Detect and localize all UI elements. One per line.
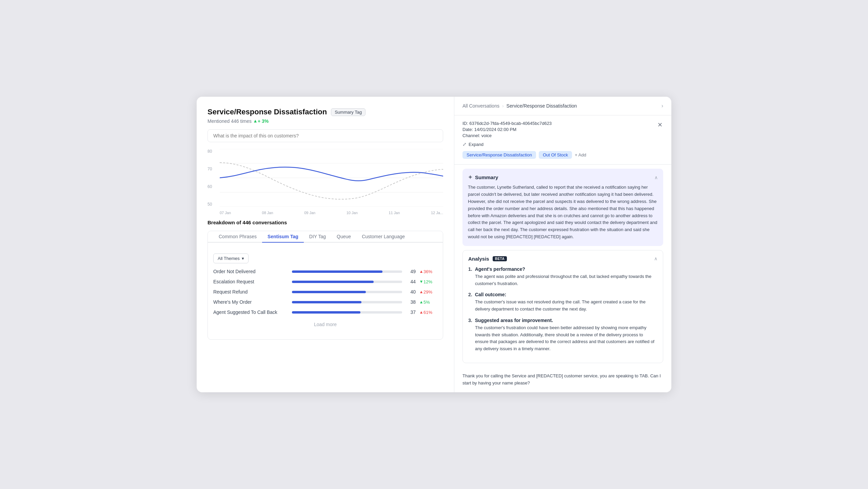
analysis-question-2: 2. Call outcome: — [468, 292, 657, 297]
tab-sentisum-tag[interactable]: Sentisum Tag — [262, 231, 304, 243]
arrow-up-icon — [420, 270, 423, 273]
chart: 80 70 60 50 — [208, 149, 443, 217]
panel-header: Service/Response Dissatisfaction Summary… — [208, 108, 443, 116]
data-rows: Order Not Delivered 49 36% Escalation Re… — [213, 269, 437, 315]
row-label: Where's My Order — [213, 299, 288, 305]
tab-customer-language[interactable]: Customer Language — [356, 231, 410, 243]
breadcrumb-current: Service/Response Dissatisfaction — [507, 103, 577, 109]
table-row: Request Refund 40 29% — [213, 289, 437, 295]
analysis-section: Analysis BETA ∧ 1. Agent's performance? … — [454, 246, 671, 367]
collapse-summary-icon[interactable]: ∧ — [654, 175, 658, 180]
summary-text: The customer, Lynette Sutherland, called… — [468, 184, 658, 240]
analysis-answer-1: The agent was polite and professional th… — [475, 273, 657, 287]
conversation-id: ID: 6376dc2d-7fda-4549-bcab-40645bc7d623 — [462, 121, 663, 126]
conversation-channel: Channel: voice — [462, 133, 663, 138]
bar-pct: 29% — [420, 289, 437, 295]
chevron-right-icon[interactable]: › — [662, 103, 663, 109]
svg-marker-9 — [420, 301, 422, 303]
bar-fill — [292, 311, 360, 314]
table-row: Escalation Request 44 12% — [213, 279, 437, 284]
analysis-item-2: 2. Call outcome: The customer's issue wa… — [468, 292, 657, 313]
tags-row: Service/Response Dissatisfaction Out Of … — [462, 151, 663, 159]
right-panel: All Conversations › Service/Response Dis… — [454, 97, 671, 392]
bar-fill — [292, 270, 382, 273]
expand-icon: ⤢ — [462, 142, 467, 147]
tag-service-response[interactable]: Service/Response Dissatisfaction — [462, 151, 536, 159]
row-label: Agent Suggested To Call Back — [213, 309, 288, 315]
mention-count: Mentioned 446 times + 3% — [208, 118, 443, 124]
chevron-down-icon: ▾ — [242, 256, 244, 261]
bar-fill — [292, 301, 361, 303]
expand-button[interactable]: ⤢ Expand — [462, 142, 663, 147]
arrow-up-icon — [420, 290, 423, 294]
analysis-header: Analysis BETA ∧ — [468, 256, 657, 262]
breadcrumb-all-conversations[interactable]: All Conversations — [462, 103, 499, 109]
arrow-up-icon — [254, 119, 257, 123]
breadcrumb-separator: › — [502, 103, 504, 109]
row-label: Order Not Delivered — [213, 269, 288, 274]
bar-pct: 36% — [420, 269, 437, 274]
bar-track — [292, 281, 402, 283]
bar-track — [292, 301, 402, 303]
transcript-text: Thank you for calling the Service and [R… — [462, 373, 663, 387]
analysis-title: Analysis — [468, 256, 489, 262]
bar-value: 44 — [406, 279, 416, 284]
bar-fill — [292, 291, 366, 293]
transcript-section: Thank you for calling the Service and [R… — [454, 367, 671, 392]
bar-pct: 12% — [420, 279, 437, 284]
analysis-answer-3: The customer's frustration could have be… — [475, 324, 657, 353]
analysis-answer-2: The customer's issue was not resolved du… — [475, 299, 657, 313]
bar-pct: 5% — [420, 300, 437, 305]
row-label: Escalation Request — [213, 279, 288, 284]
svg-marker-0 — [254, 120, 257, 123]
tag-out-of-stock[interactable]: Out Of Stock — [539, 151, 572, 159]
bar-value: 49 — [406, 269, 416, 274]
tab-diy-tag[interactable]: DIY Tag — [304, 231, 331, 243]
arrow-up-icon — [420, 301, 423, 304]
filter-row: All Themes ▾ — [213, 253, 437, 263]
conversation-date: Date: 14/01/2024 02:00 PM — [462, 127, 663, 132]
breadcrumb: All Conversations › Service/Response Dis… — [454, 97, 671, 115]
sparkle-icon: ✦ — [468, 174, 472, 181]
close-button[interactable]: ✕ — [655, 120, 665, 130]
tabs-row: Common Phrases Sentisum Tag DIY Tag Queu… — [208, 231, 443, 243]
table-row: Agent Suggested To Call Back 37 61% — [213, 309, 437, 315]
bar-pct: 61% — [420, 310, 437, 315]
tab-queue[interactable]: Queue — [331, 231, 356, 243]
chart-x-labels: 07 Jan 08 Jan 09 Jan 10 Jan 11 Jan 12 Ja… — [220, 209, 443, 217]
all-themes-filter[interactable]: All Themes ▾ — [213, 253, 249, 263]
analysis-item-1: 1. Agent's performance? The agent was po… — [468, 266, 657, 287]
analysis-question-1: 1. Agent's performance? — [468, 266, 657, 272]
mention-pct: + 3% — [254, 118, 269, 124]
search-input[interactable] — [208, 129, 443, 142]
bar-value: 38 — [406, 299, 416, 305]
collapse-analysis-icon[interactable]: ∧ — [654, 256, 657, 261]
svg-marker-7 — [420, 281, 422, 283]
chart-y-labels: 80 70 60 50 — [208, 149, 220, 207]
summary-tag-badge: Summary Tag — [331, 108, 366, 116]
arrow-up-icon — [420, 311, 423, 314]
svg-marker-10 — [420, 311, 422, 314]
svg-marker-6 — [420, 270, 422, 273]
summary-section: ✦ Summary ∧ The customer, Lynette Suther… — [462, 169, 663, 246]
bar-value: 40 — [406, 289, 416, 295]
add-tag-button[interactable]: + Add — [575, 152, 586, 157]
summary-header: ✦ Summary ∧ — [468, 174, 658, 181]
summary-title: ✦ Summary — [468, 174, 498, 181]
load-more-button[interactable]: Load more — [213, 315, 437, 334]
bar-track — [292, 291, 402, 293]
analysis-question-3: 3. Suggested areas for improvement. — [468, 318, 657, 323]
bar-track — [292, 270, 402, 273]
table-row: Order Not Delivered 49 36% — [213, 269, 437, 274]
left-panel: Service/Response Dissatisfaction Summary… — [197, 97, 454, 392]
row-label: Request Refund — [213, 289, 288, 295]
beta-badge: BETA — [493, 256, 507, 261]
tab-common-phrases[interactable]: Common Phrases — [213, 231, 262, 243]
analysis-item-3: 3. Suggested areas for improvement. The … — [468, 318, 657, 353]
chart-svg-area — [220, 149, 443, 207]
page-title: Service/Response Dissatisfaction — [208, 108, 327, 116]
analysis-items: 1. Agent's performance? The agent was po… — [468, 266, 657, 353]
svg-marker-8 — [420, 291, 422, 293]
bar-track — [292, 311, 402, 314]
arrow-down-icon — [420, 280, 423, 283]
